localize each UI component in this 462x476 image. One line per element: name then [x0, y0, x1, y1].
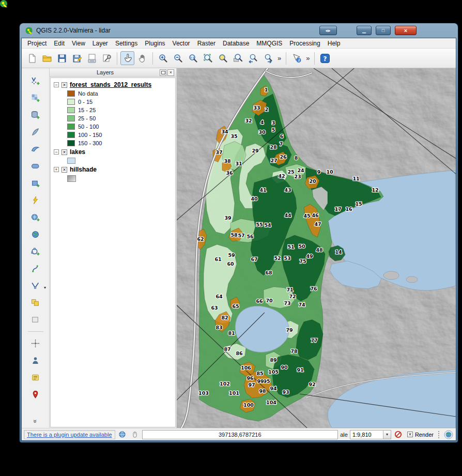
zoom-in-button[interactable] — [156, 51, 170, 65]
expander-icon[interactable]: + — [54, 167, 59, 172]
layer-name-lakes[interactable]: lakes — [70, 148, 85, 156]
plugin-update-icon[interactable] — [117, 429, 128, 440]
layer-checkbox[interactable]: × — [61, 82, 67, 88]
layer-row-lakes[interactable]: − × lakes — [52, 147, 174, 157]
add-wms-layer-button[interactable] — [29, 211, 42, 224]
zoom-to-selection-button[interactable] — [216, 51, 230, 65]
stand-label: 38 — [224, 158, 230, 164]
menu-item-database[interactable]: Database — [219, 39, 253, 48]
menu-item-raster[interactable]: Raster — [194, 39, 219, 48]
stand-label: 63 — [211, 305, 218, 311]
layers-panel: Layers × − × forest_stands_2012_results … — [50, 68, 177, 428]
menu-item-project[interactable]: Project — [24, 39, 50, 48]
add-vector-layer-button[interactable] — [29, 74, 42, 87]
maximize-button[interactable]: □ — [376, 26, 391, 35]
layer-name-forest[interactable]: forest_stands_2012_results — [70, 81, 151, 88]
render-checkbox[interactable]: × — [407, 432, 413, 437]
menu-item-vector[interactable]: Vector — [169, 39, 194, 48]
add-spatialite-layer-button[interactable] — [29, 126, 42, 139]
text-annotation-button[interactable] — [29, 354, 42, 367]
new-print-composer-button[interactable] — [85, 51, 99, 65]
add-virtual-layer-button[interactable] — [29, 194, 42, 207]
zoom-last-button[interactable] — [246, 51, 260, 65]
touch-zoom-pan-button[interactable] — [120, 51, 134, 65]
zoom-out-button[interactable] — [171, 51, 185, 65]
zoom-full-button[interactable] — [201, 51, 215, 65]
add-raster-layer-button[interactable] — [29, 91, 42, 104]
toolbar-overflow-1[interactable]: » — [276, 54, 283, 62]
zoom-next-button[interactable] — [261, 51, 275, 65]
stand-label: 52 — [274, 255, 281, 261]
coordinate-field[interactable]: 397138,6787216 — [142, 430, 338, 439]
title-bar[interactable]: QGIS 2.2.0-Valmiera - lidar ◂▸ ▁ □ × — [20, 23, 458, 38]
layer-checkbox[interactable]: × — [61, 167, 67, 173]
zoom-native-button[interactable]: 1:1 — [186, 51, 200, 65]
menu-item-layer[interactable]: Layer — [89, 39, 112, 48]
stand-label: 87 — [224, 346, 230, 352]
menu-item-mmqgis[interactable]: MMQGIS — [253, 39, 286, 48]
identify-features-button[interactable]: i — [289, 51, 303, 65]
add-wcs-layer-button[interactable] — [29, 228, 42, 241]
add-postgis-layer-button[interactable] — [29, 109, 42, 121]
composer-manager-button[interactable] — [100, 51, 114, 65]
menu-item-help[interactable]: Help — [324, 39, 344, 48]
map-canvas[interactable]: 1234567891011121415161720232425262728293… — [177, 68, 456, 428]
new-spatialite-layer-button[interactable] — [29, 296, 42, 309]
add-mssql-layer-button[interactable] — [29, 143, 42, 156]
scale-combo[interactable]: 1:9,810 ▾ — [350, 430, 391, 439]
crs-status-button[interactable] — [443, 429, 454, 440]
window-spread-button[interactable]: ◂▸ — [319, 26, 337, 35]
layer-checkbox[interactable]: × — [61, 149, 67, 155]
stand-label: 3 — [272, 120, 275, 126]
stand-label: 30 — [258, 129, 266, 135]
layer-row-hillshade[interactable]: + × hillshade — [52, 165, 174, 174]
pan-map-button[interactable] — [135, 51, 149, 65]
stand-label: 64 — [215, 294, 223, 299]
stand-label: 51 — [287, 244, 294, 250]
desktop-qgis-icon[interactable] — [0, 0, 8, 8]
layers-panel-title: Layers — [52, 69, 159, 75]
add-oracle-layer-button[interactable] — [29, 160, 42, 173]
stand-label: 9 — [317, 169, 321, 175]
menu-item-settings[interactable]: Settings — [112, 39, 141, 48]
add-delimited-text-layer-button[interactable] — [29, 262, 42, 275]
pin-annotation-button[interactable] — [29, 388, 42, 401]
plugin-update-link[interactable]: There is a plugin update available — [27, 432, 112, 438]
float-panel-button[interactable] — [160, 69, 166, 76]
stand-label: 11 — [352, 176, 359, 181]
mouse-position-icon[interactable] — [130, 429, 140, 440]
layer-name-hillshade[interactable]: hillshade — [70, 166, 97, 173]
menu-item-edit[interactable]: Edit — [50, 39, 68, 48]
combo-dropdown-icon[interactable]: ▾ — [383, 431, 391, 439]
expander-icon[interactable]: − — [54, 149, 59, 155]
help-button[interactable]: ? — [318, 51, 332, 65]
crosshair-tool-button[interactable] — [29, 337, 42, 350]
minimize-button[interactable]: ▁ — [357, 26, 372, 35]
stop-render-icon[interactable] — [393, 429, 404, 440]
save-project-as-button[interactable] — [70, 51, 84, 65]
form-annotation-button[interactable] — [29, 371, 42, 384]
new-project-button[interactable] — [25, 51, 39, 65]
left-toolbar-overflow[interactable]: » — [32, 420, 39, 423]
embed-layers-button[interactable] — [29, 313, 42, 326]
save-project-button[interactable] — [55, 51, 69, 65]
add-db-layer-button[interactable] — [29, 177, 42, 190]
menu-item-view[interactable]: View — [68, 39, 89, 48]
toolbar-overflow-2[interactable]: » — [304, 54, 311, 62]
expander-icon[interactable]: − — [54, 82, 59, 87]
dropdown-arrow-icon[interactable]: ▾ — [44, 285, 46, 290]
stand-label: 20 — [309, 178, 316, 184]
stand-label: 94 — [270, 386, 277, 391]
add-wfs-layer-button[interactable] — [29, 245, 42, 258]
legend-item: No data — [52, 89, 174, 98]
layer-row-forest[interactable]: − × forest_stands_2012_results — [52, 80, 174, 89]
new-shapefile-layer-button[interactable]: ▾ — [29, 279, 42, 292]
open-project-button[interactable] — [40, 51, 54, 65]
render-toggle[interactable]: × Render — [406, 432, 435, 438]
zoom-to-layer-button[interactable] — [231, 51, 245, 65]
close-panel-button[interactable]: × — [167, 69, 174, 76]
menu-item-processing[interactable]: Processing — [286, 39, 324, 48]
menu-item-plugins[interactable]: Plugins — [141, 39, 168, 48]
stand-label: 65 — [232, 303, 239, 309]
close-button[interactable]: × — [395, 26, 417, 35]
